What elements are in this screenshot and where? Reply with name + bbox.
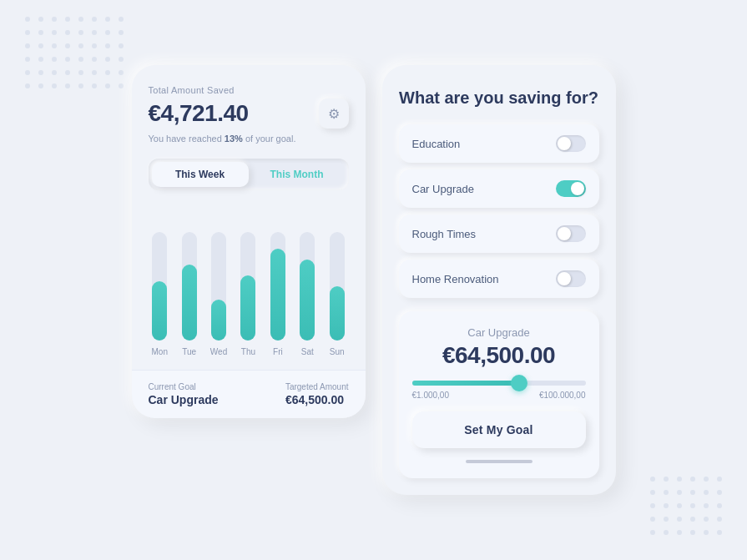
day-label-wed: Wed [207,347,230,356]
slider-max-label: €100.000,00 [539,391,586,400]
toggle-rough-times[interactable] [556,225,586,242]
slider-thumb[interactable] [511,375,527,391]
bar-fill [152,281,167,341]
right-title: What are you saving for? [399,88,599,108]
targeted-amount-label: Targeted Amount [285,382,349,391]
tab-this-week[interactable]: This Week [152,162,249,187]
day-label-fri: Fri [266,347,289,356]
saving-item-label: Rough Times [412,228,477,240]
goal-detail-card: Car Upgrade €64,500.00 €1.000,00 €100.00… [399,311,599,478]
day-label-thu: Thu [237,347,260,356]
targeted-amount-item: Targeted Amount €64,500.00 [285,382,349,406]
bar-fill [240,275,255,341]
goal-card-title: Car Upgrade [412,326,586,339]
day-label-tue: Tue [178,347,200,356]
saving-item: Home Renovation [399,260,599,298]
left-card: Total Amount Saved €4,721.40 ⚙ You have … [132,65,366,418]
bar-bg [330,232,345,341]
bar-chart [149,207,349,341]
goal-card-amount: €64,500.00 [412,342,586,369]
toggle-car-upgrade[interactable] [556,180,586,197]
saving-item-label: Car Upgrade [412,183,474,195]
main-container: Total Amount Saved €4,721.40 ⚙ You have … [132,65,616,495]
bar-col-sat [296,207,319,341]
toggle-education[interactable] [556,135,586,152]
right-card: What are you saving for? EducationCar Up… [382,65,616,495]
current-goal-item: Current Goal Car Upgrade [149,382,219,406]
saving-options-list: EducationCar UpgradeRough TimesHome Reno… [399,124,599,298]
gear-icon: ⚙ [328,106,340,122]
slider-track [412,381,586,386]
bar-fill [330,286,345,341]
saving-item: Education [399,124,599,163]
toggle-home-renovation[interactable] [556,270,586,287]
saving-item: Car Upgrade [399,169,599,208]
chart-day-labels: MonTueWedThuFriSatSun [149,347,349,356]
saving-item-label: Education [412,138,461,150]
saving-item-label: Home Renovation [412,273,499,285]
slider-fill [412,381,520,386]
bar-bg [211,232,226,341]
bar-col-mon [149,207,171,341]
bar-fill [270,249,285,341]
day-label-mon: Mon [149,347,171,356]
bar-fill [211,300,226,341]
bar-bg [240,232,255,341]
goal-slider-container [412,381,586,386]
bar-bg [270,232,285,341]
settings-button[interactable]: ⚙ [319,98,349,129]
goal-progress-text: You have reached 13% of your goal. [149,134,349,144]
day-label-sun: Sun [326,347,348,356]
slider-labels: €1.000,00 €100.000,00 [412,391,586,400]
bar-bg [182,232,197,341]
toggle-knob [571,182,584,195]
toggle-knob [558,227,571,240]
bar-col-sun [326,207,348,341]
targeted-amount-value: €64,500.00 [285,393,349,406]
bottom-summary: Current Goal Car Upgrade Targeted Amount… [132,370,366,418]
time-tab-group: This Week This Month [149,159,349,190]
current-goal-label: Current Goal [149,382,219,391]
goal-percentage: 13% [225,134,243,144]
bar-col-wed [207,207,230,341]
total-amount-label: Total Amount Saved [149,85,349,95]
total-amount-value: €4,721.40 [149,100,249,127]
bar-col-tue [178,207,200,341]
toggle-knob [558,272,571,285]
toggle-knob [558,137,571,150]
tab-this-month[interactable]: This Month [249,162,346,187]
set-goal-button[interactable]: Set My Goal [412,411,586,448]
bar-col-fri [266,207,289,341]
bar-bg [152,232,167,341]
current-goal-value: Car Upgrade [149,393,219,406]
bar-col-thu [237,207,260,341]
bar-fill [300,260,315,341]
home-indicator [466,460,532,463]
saving-item: Rough Times [399,214,599,253]
day-label-sat: Sat [296,347,319,356]
slider-min-label: €1.000,00 [412,391,450,400]
bar-fill [182,265,197,341]
bar-bg [300,232,315,341]
